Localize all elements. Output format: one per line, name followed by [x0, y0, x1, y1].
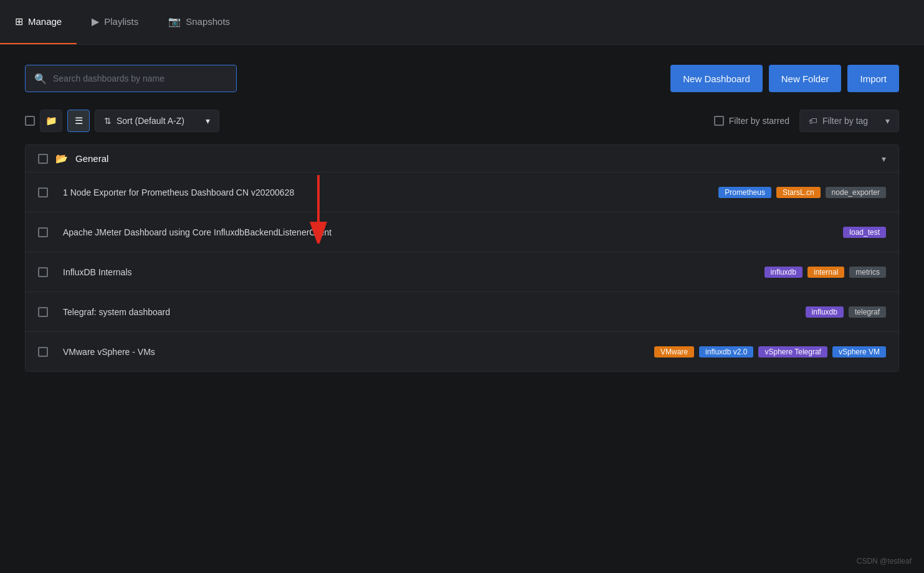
- filter-starred-label[interactable]: Filter by starred: [714, 116, 789, 126]
- tag-2-1[interactable]: internal: [807, 267, 844, 278]
- toolbar-row: 🔍 New Dashboard New Folder Import: [25, 65, 899, 92]
- folder-chevron-icon: ▾: [882, 154, 886, 164]
- tag-2-2[interactable]: metrics: [849, 267, 886, 278]
- tab-snapshots-label: Snapshots: [186, 16, 230, 27]
- row-checkbox-3[interactable]: [38, 307, 48, 317]
- list-view-button[interactable]: ☰: [67, 110, 90, 132]
- folder-section: 📂 General ▾ 1 Node Exporter for Promethe…: [25, 144, 899, 372]
- table-row[interactable]: 1 Node Exporter for Prometheus Dashboard…: [26, 172, 898, 212]
- dashboard-name-3: Telegraf: system dashboard: [63, 307, 806, 317]
- filter-starred-checkbox[interactable]: [714, 116, 724, 126]
- search-input[interactable]: [53, 73, 227, 83]
- folder-icon: 📂: [55, 153, 68, 164]
- tag-group-1: load_test: [843, 227, 886, 238]
- controls-right: Filter by starred 🏷 Filter by tag ▾: [714, 110, 899, 132]
- search-box[interactable]: 🔍: [25, 65, 237, 92]
- sort-dropdown[interactable]: ⇅ Sort (Default A-Z) ▾: [95, 110, 219, 132]
- snapshots-icon: 📷: [168, 16, 181, 27]
- folder-header[interactable]: 📂 General ▾: [26, 145, 898, 172]
- table-row[interactable]: Telegraf: system dashboard influxdb tele…: [26, 291, 898, 331]
- tab-manage[interactable]: ⊞ Manage: [0, 0, 77, 44]
- action-buttons: New Dashboard New Folder Import: [670, 65, 899, 92]
- tag-4-1[interactable]: influxdb v2.0: [699, 346, 753, 358]
- controls-row: 📁 ☰ ⇅ Sort (Default A-Z) ▾ Filter by sta…: [25, 110, 899, 132]
- tag-3-0[interactable]: influxdb: [806, 306, 844, 318]
- folder-checkbox[interactable]: [38, 154, 48, 164]
- folder-view-button[interactable]: 📁: [40, 110, 62, 132]
- dashboard-name-4: VMware vSphere - VMs: [63, 347, 654, 357]
- new-folder-button[interactable]: New Folder: [769, 65, 842, 92]
- dashboard-name-2: InfluxDB Internals: [63, 267, 764, 277]
- filter-tag-dropdown[interactable]: 🏷 Filter by tag ▾: [799, 110, 899, 132]
- row-checkbox-0[interactable]: [38, 187, 48, 197]
- tab-playlists-label: Playlists: [104, 16, 138, 27]
- controls-left: 📁 ☰ ⇅ Sort (Default A-Z) ▾: [25, 110, 219, 132]
- tag-4-0[interactable]: VMware: [654, 346, 694, 358]
- import-button[interactable]: Import: [847, 65, 899, 92]
- manage-icon: ⊞: [15, 16, 23, 27]
- tag-2-0[interactable]: influxdb: [764, 267, 803, 278]
- row-checkbox-4[interactable]: [38, 347, 48, 357]
- tag-group-4: VMware influxdb v2.0 vSphere Telegraf vS…: [654, 346, 886, 358]
- table-row[interactable]: VMware vSphere - VMs VMware influxdb v2.…: [26, 331, 898, 371]
- playlists-icon: ▶: [92, 16, 99, 27]
- sort-label: Sort (Default A-Z): [117, 116, 184, 126]
- select-all-checkbox[interactable]: [25, 116, 35, 126]
- tag-1-0[interactable]: load_test: [843, 227, 886, 238]
- tag-0-1[interactable]: StarsL.cn: [776, 187, 821, 198]
- watermark: CSDN @testleaf: [857, 557, 912, 566]
- tag-group-0: Prometheus StarsL.cn node_exporter: [718, 187, 886, 198]
- tab-snapshots[interactable]: 📷 Snapshots: [153, 0, 245, 44]
- tag-icon: 🏷: [809, 116, 817, 126]
- folder-header-left: 📂 General: [38, 153, 108, 164]
- table-row[interactable]: InfluxDB Internals influxdb internal met…: [26, 252, 898, 291]
- tag-group-3: influxdb telegraf: [806, 306, 886, 318]
- tag-0-0[interactable]: Prometheus: [718, 187, 771, 198]
- dashboard-name-0: 1 Node Exporter for Prometheus Dashboard…: [63, 187, 718, 197]
- filter-tag-text: Filter by tag: [822, 116, 868, 126]
- dashboard-name-1: Apache JMeter Dashboard using Core Influ…: [63, 227, 843, 237]
- tag-4-3[interactable]: vSphere VM: [832, 346, 886, 358]
- row-checkbox-1[interactable]: [38, 227, 48, 237]
- tag-4-2[interactable]: vSphere Telegraf: [758, 346, 827, 358]
- tag-3-1[interactable]: telegraf: [849, 306, 886, 318]
- top-navigation: ⊞ Manage ▶ Playlists 📷 Snapshots: [0, 0, 924, 45]
- tab-playlists[interactable]: ▶ Playlists: [77, 0, 153, 44]
- new-dashboard-button[interactable]: New Dashboard: [670, 65, 763, 92]
- search-icon: 🔍: [34, 73, 47, 85]
- main-content: 🔍 New Dashboard New Folder Import 📁 ☰ ⇅ …: [0, 45, 924, 372]
- tag-0-2[interactable]: node_exporter: [826, 187, 886, 198]
- filter-starred-text: Filter by starred: [729, 116, 789, 126]
- folder-name: General: [75, 153, 108, 164]
- row-checkbox-2[interactable]: [38, 267, 48, 277]
- sort-chevron-icon: ▾: [206, 116, 210, 126]
- filter-tag-chevron-icon: ▾: [885, 116, 890, 126]
- table-row[interactable]: Apache JMeter Dashboard using Core Influ…: [26, 212, 898, 252]
- tag-group-2: influxdb internal metrics: [764, 267, 886, 278]
- tab-manage-label: Manage: [28, 16, 62, 27]
- sort-icon: ⇅: [104, 116, 112, 126]
